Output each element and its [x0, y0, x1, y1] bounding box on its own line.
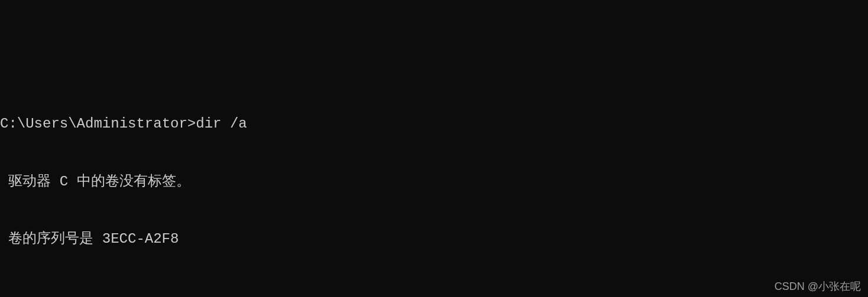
volume-info: 驱动器 C 中的卷没有标签。 — [0, 172, 868, 191]
prompt-path: C:\Users\Administrator> — [0, 116, 196, 132]
prompt-line: C:\Users\Administrator>dir /a — [0, 115, 868, 133]
serial-info: 卷的序列号是 3ECC-A2F8 — [0, 230, 868, 249]
terminal-output[interactable]: C:\Users\Administrator>dir /a 驱动器 C 中的卷没… — [0, 77, 868, 297]
watermark: CSDN @小张在呢 — [775, 279, 861, 293]
prompt-command: dir /a — [196, 116, 247, 132]
